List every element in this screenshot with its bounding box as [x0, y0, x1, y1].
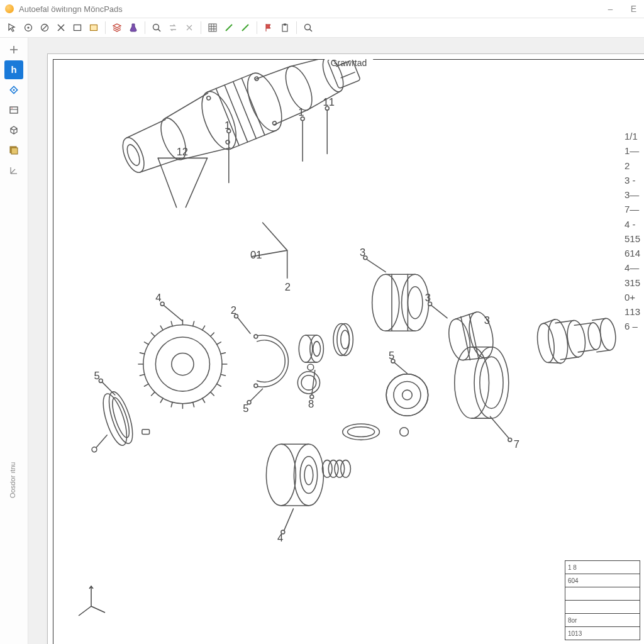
svg-text:h: h — [11, 64, 16, 75]
svg-rect-6 — [74, 25, 81, 31]
callout-5b: 5 — [389, 350, 394, 362]
callout-3c: 3 — [484, 314, 490, 326]
list-item: 1/1 — [625, 129, 640, 143]
svg-point-136 — [300, 457, 317, 494]
svg-point-44 — [240, 69, 289, 136]
svg-point-28 — [11, 108, 13, 109]
grid-tool[interactable] — [206, 21, 219, 35]
svg-point-138 — [322, 460, 332, 477]
svg-point-88 — [372, 274, 399, 331]
line1-tool[interactable] — [222, 21, 236, 35]
svg-point-98 — [386, 374, 428, 416]
clipboard-tool[interactable] — [278, 21, 292, 35]
axis-tool[interactable] — [4, 161, 23, 180]
svg-point-99 — [343, 424, 380, 440]
svg-point-114 — [546, 318, 570, 365]
window-title: Autoefal öwitıngn MöncPads — [19, 4, 123, 14]
svg-point-137 — [304, 465, 313, 484]
svg-line-109 — [455, 312, 477, 319]
svg-rect-18 — [284, 24, 286, 26]
callout-5a: 5 — [243, 402, 248, 414]
maximize-button[interactable]: E — [628, 4, 639, 14]
svg-line-163 — [91, 606, 105, 613]
flag-tool[interactable] — [262, 21, 275, 35]
svg-line-156 — [490, 416, 508, 438]
cube-tool[interactable] — [4, 121, 23, 140]
drawing-sheet: Grawrtad — [47, 53, 644, 644]
svg-line-115 — [543, 319, 555, 324]
title-block: 1 8 604 8or 1013 — [565, 560, 640, 640]
callout-11: 11 — [323, 96, 334, 108]
svg-point-127 — [104, 389, 138, 446]
svg-line-154 — [395, 363, 408, 374]
list-item: 0+ — [625, 290, 640, 304]
svg-line-56 — [336, 61, 350, 67]
rect-fill-tool[interactable] — [87, 21, 101, 35]
svg-line-150 — [367, 260, 386, 272]
svg-line-119 — [560, 357, 579, 360]
callout-1b: 1 — [298, 106, 304, 118]
svg-point-35 — [125, 143, 142, 167]
delete-tool[interactable] — [54, 21, 68, 35]
pointer-tool[interactable] — [5, 21, 19, 35]
svg-point-73 — [155, 337, 209, 391]
panel-tool[interactable] — [4, 101, 23, 119]
svg-point-75 — [254, 335, 258, 338]
svg-line-69 — [186, 158, 207, 207]
circle-dot-tool[interactable] — [21, 21, 35, 35]
rect-tool[interactable] — [70, 21, 84, 35]
tb-row: 1013 — [565, 627, 640, 640]
exploded-view-drawing: 1 11 12 01 2 3 4 2 5 8 5 3 5 7 4 — [53, 60, 644, 644]
list-item: 7— — [625, 202, 640, 216]
main-toolbar — [0, 18, 644, 38]
svg-point-120 — [587, 322, 602, 350]
svg-line-43 — [231, 131, 277, 149]
svg-point-123 — [599, 318, 618, 352]
svg-point-61 — [272, 121, 277, 126]
swap2-tool[interactable] — [182, 21, 196, 35]
svg-point-82 — [308, 364, 314, 370]
svg-line-122 — [578, 350, 596, 352]
list-item: 3 - — [625, 173, 640, 187]
svg-point-141 — [341, 460, 351, 477]
svg-line-160 — [284, 509, 294, 530]
svg-point-85 — [333, 324, 349, 356]
tb-row — [565, 587, 640, 601]
tb-row: 1 8 — [565, 561, 640, 574]
add-tool[interactable] — [4, 40, 23, 59]
svg-line-148 — [312, 370, 315, 395]
swap-tool[interactable] — [166, 21, 180, 35]
svg-point-25 — [13, 89, 15, 91]
callout-7: 7 — [514, 438, 519, 450]
svg-line-146 — [250, 389, 263, 401]
list-item: 4— — [625, 260, 640, 275]
side-toolbar: h Oosdor ıtnu — [0, 38, 28, 644]
svg-line-52 — [290, 60, 326, 71]
line2-tool[interactable] — [238, 21, 252, 35]
layers-tool[interactable] — [110, 21, 124, 35]
svg-line-158 — [103, 382, 115, 395]
zoom-tool[interactable] — [150, 21, 164, 35]
svg-point-139 — [328, 460, 338, 477]
list-item: 614 — [625, 246, 640, 260]
svg-line-48 — [242, 78, 265, 135]
zoom-fit-tool[interactable] — [301, 21, 315, 35]
svg-line-47 — [233, 82, 257, 139]
svg-rect-30 — [11, 148, 18, 154]
svg-point-100 — [348, 427, 375, 437]
drawing-canvas[interactable]: Grawrtad — [28, 38, 644, 644]
tb-row: 8or — [565, 614, 640, 627]
flask-tool[interactable] — [126, 21, 140, 35]
svg-point-81 — [313, 341, 321, 356]
diamond-tool[interactable] — [4, 80, 23, 99]
home-tool[interactable]: h — [4, 60, 23, 79]
svg-rect-55 — [327, 60, 360, 89]
callout-12: 12 — [177, 146, 188, 158]
svg-line-49 — [255, 65, 290, 80]
svg-point-132 — [266, 444, 296, 506]
stack-tool[interactable] — [4, 141, 23, 160]
minimize-button[interactable]: ‒ — [605, 4, 616, 14]
svg-line-57 — [341, 72, 355, 78]
circle-slash-tool[interactable] — [38, 21, 52, 35]
svg-line-110 — [464, 355, 486, 362]
